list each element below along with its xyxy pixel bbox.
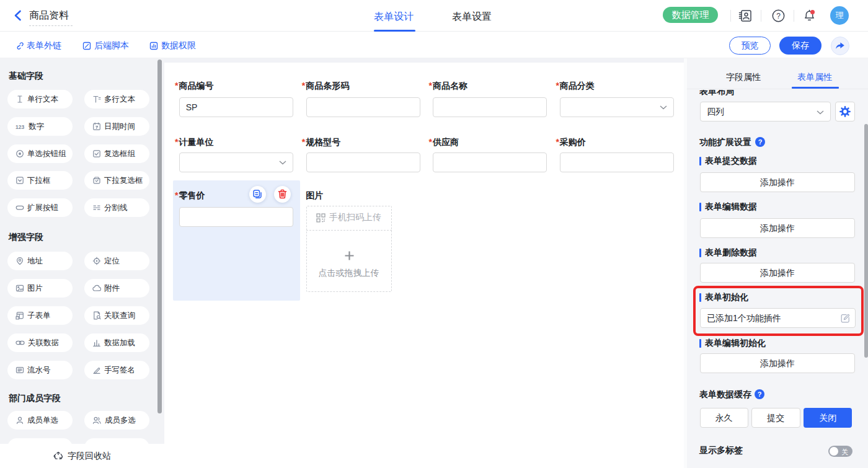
svg-text:?: ? bbox=[776, 12, 781, 20]
svg-text:123: 123 bbox=[16, 124, 24, 130]
